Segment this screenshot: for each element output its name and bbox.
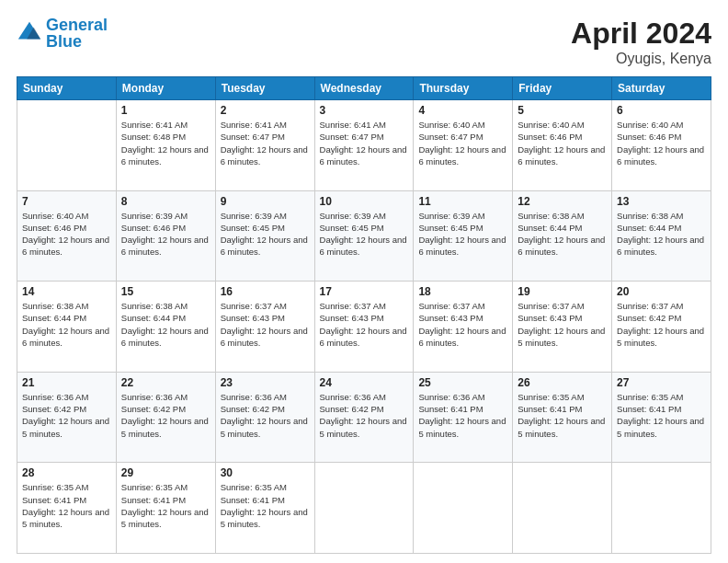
- table-cell: [513, 463, 612, 554]
- day-number: 25: [418, 376, 507, 389]
- day-number: 10: [320, 195, 409, 208]
- day-info: Sunrise: 6:35 AM Sunset: 6:41 PM Dayligh…: [617, 391, 706, 440]
- header: GeneralBlue April 2024 Oyugis, Kenya: [17, 17, 711, 67]
- table-cell: 16Sunrise: 6:37 AM Sunset: 6:43 PM Dayli…: [215, 282, 314, 373]
- day-number: 4: [418, 104, 507, 117]
- day-number: 26: [518, 376, 607, 389]
- logo-text: GeneralBlue: [46, 17, 108, 50]
- day-number: 12: [518, 195, 607, 208]
- table-cell: 21Sunrise: 6:36 AM Sunset: 6:42 PM Dayli…: [17, 372, 117, 463]
- table-cell: [414, 463, 513, 554]
- day-info: Sunrise: 6:38 AM Sunset: 6:44 PM Dayligh…: [518, 210, 607, 259]
- col-header-saturday: Saturday: [612, 77, 711, 100]
- day-info: Sunrise: 6:37 AM Sunset: 6:43 PM Dayligh…: [418, 300, 507, 349]
- col-header-tuesday: Tuesday: [215, 77, 314, 100]
- table-cell: 18Sunrise: 6:37 AM Sunset: 6:43 PM Dayli…: [414, 282, 513, 373]
- day-info: Sunrise: 6:39 AM Sunset: 6:45 PM Dayligh…: [221, 210, 310, 259]
- table-cell: 10Sunrise: 6:39 AM Sunset: 6:45 PM Dayli…: [314, 190, 414, 282]
- day-number: 3: [320, 104, 409, 117]
- table-cell: 20Sunrise: 6:37 AM Sunset: 6:42 PM Dayli…: [612, 282, 711, 373]
- day-number: 14: [22, 285, 111, 298]
- day-number: 19: [518, 285, 607, 298]
- day-info: Sunrise: 6:37 AM Sunset: 6:43 PM Dayligh…: [221, 300, 310, 349]
- day-number: 6: [617, 104, 706, 117]
- logo-icon: [17, 20, 42, 46]
- table-cell: 6Sunrise: 6:40 AM Sunset: 6:46 PM Daylig…: [612, 100, 711, 191]
- col-header-monday: Monday: [116, 77, 215, 100]
- table-cell: 23Sunrise: 6:36 AM Sunset: 6:42 PM Dayli…: [215, 372, 314, 463]
- table-cell: 8Sunrise: 6:39 AM Sunset: 6:46 PM Daylig…: [116, 190, 215, 282]
- day-info: Sunrise: 6:36 AM Sunset: 6:42 PM Dayligh…: [221, 391, 310, 440]
- day-info: Sunrise: 6:35 AM Sunset: 6:41 PM Dayligh…: [221, 481, 310, 530]
- table-cell: 12Sunrise: 6:38 AM Sunset: 6:44 PM Dayli…: [513, 190, 612, 282]
- col-header-thursday: Thursday: [414, 77, 513, 100]
- day-info: Sunrise: 6:35 AM Sunset: 6:41 PM Dayligh…: [518, 391, 607, 440]
- table-cell: [612, 463, 711, 554]
- col-header-wednesday: Wednesday: [314, 77, 414, 100]
- table-cell: 22Sunrise: 6:36 AM Sunset: 6:42 PM Dayli…: [116, 372, 215, 463]
- day-info: Sunrise: 6:36 AM Sunset: 6:41 PM Dayligh…: [418, 391, 507, 440]
- table-cell: [17, 100, 117, 191]
- day-info: Sunrise: 6:38 AM Sunset: 6:44 PM Dayligh…: [22, 300, 111, 349]
- day-info: Sunrise: 6:37 AM Sunset: 6:43 PM Dayligh…: [320, 300, 409, 349]
- table-cell: 19Sunrise: 6:37 AM Sunset: 6:43 PM Dayli…: [513, 282, 612, 373]
- day-number: 21: [22, 376, 111, 389]
- table-cell: 13Sunrise: 6:38 AM Sunset: 6:44 PM Dayli…: [612, 190, 711, 282]
- table-cell: 27Sunrise: 6:35 AM Sunset: 6:41 PM Dayli…: [612, 372, 711, 463]
- day-info: Sunrise: 6:41 AM Sunset: 6:47 PM Dayligh…: [320, 119, 409, 167]
- day-number: 17: [320, 285, 409, 298]
- day-info: Sunrise: 6:37 AM Sunset: 6:43 PM Dayligh…: [518, 300, 607, 349]
- day-info: Sunrise: 6:36 AM Sunset: 6:42 PM Dayligh…: [121, 391, 210, 440]
- day-info: Sunrise: 6:38 AM Sunset: 6:44 PM Dayligh…: [617, 210, 706, 259]
- day-number: 1: [121, 104, 210, 117]
- logo-blue: Blue: [46, 33, 108, 50]
- day-number: 15: [121, 285, 210, 298]
- day-info: Sunrise: 6:37 AM Sunset: 6:42 PM Dayligh…: [617, 300, 706, 349]
- day-number: 23: [221, 376, 310, 389]
- table-cell: 14Sunrise: 6:38 AM Sunset: 6:44 PM Dayli…: [17, 282, 117, 373]
- col-header-sunday: Sunday: [17, 77, 117, 100]
- day-number: 13: [617, 195, 706, 208]
- table-cell: 24Sunrise: 6:36 AM Sunset: 6:42 PM Dayli…: [314, 372, 414, 463]
- page: GeneralBlue April 2024 Oyugis, Kenya Sun…: [0, 0, 728, 563]
- day-info: Sunrise: 6:41 AM Sunset: 6:48 PM Dayligh…: [121, 119, 210, 167]
- col-header-friday: Friday: [513, 77, 612, 100]
- day-number: 2: [221, 104, 310, 117]
- table-cell: 7Sunrise: 6:40 AM Sunset: 6:46 PM Daylig…: [17, 190, 117, 282]
- table-cell: 2Sunrise: 6:41 AM Sunset: 6:47 PM Daylig…: [215, 100, 314, 191]
- table-cell: 3Sunrise: 6:41 AM Sunset: 6:47 PM Daylig…: [314, 100, 414, 191]
- table-cell: 29Sunrise: 6:35 AM Sunset: 6:41 PM Dayli…: [116, 463, 215, 554]
- table-cell: 26Sunrise: 6:35 AM Sunset: 6:41 PM Dayli…: [513, 372, 612, 463]
- day-info: Sunrise: 6:39 AM Sunset: 6:46 PM Dayligh…: [121, 210, 210, 259]
- day-number: 24: [320, 376, 409, 389]
- day-number: 28: [22, 466, 111, 479]
- day-number: 7: [22, 195, 111, 208]
- day-info: Sunrise: 6:41 AM Sunset: 6:47 PM Dayligh…: [221, 119, 310, 167]
- day-info: Sunrise: 6:40 AM Sunset: 6:46 PM Dayligh…: [518, 119, 607, 167]
- calendar-header-row: Sunday Monday Tuesday Wednesday Thursday…: [17, 77, 711, 100]
- day-info: Sunrise: 6:39 AM Sunset: 6:45 PM Dayligh…: [320, 210, 409, 259]
- sub-title: Oyugis, Kenya: [571, 51, 711, 67]
- day-number: 22: [121, 376, 210, 389]
- table-cell: 15Sunrise: 6:38 AM Sunset: 6:44 PM Dayli…: [116, 282, 215, 373]
- day-number: 8: [121, 195, 210, 208]
- day-info: Sunrise: 6:36 AM Sunset: 6:42 PM Dayligh…: [320, 391, 409, 440]
- day-info: Sunrise: 6:36 AM Sunset: 6:42 PM Dayligh…: [22, 391, 111, 440]
- day-info: Sunrise: 6:39 AM Sunset: 6:45 PM Dayligh…: [418, 210, 507, 259]
- day-info: Sunrise: 6:40 AM Sunset: 6:46 PM Dayligh…: [22, 210, 111, 259]
- day-number: 30: [221, 466, 310, 479]
- day-number: 11: [418, 195, 507, 208]
- day-number: 5: [518, 104, 607, 117]
- day-number: 20: [617, 285, 706, 298]
- table-cell: 28Sunrise: 6:35 AM Sunset: 6:41 PM Dayli…: [17, 463, 117, 554]
- table-cell: 9Sunrise: 6:39 AM Sunset: 6:45 PM Daylig…: [215, 190, 314, 282]
- table-cell: 30Sunrise: 6:35 AM Sunset: 6:41 PM Dayli…: [215, 463, 314, 554]
- main-title: April 2024: [571, 17, 711, 51]
- title-block: April 2024 Oyugis, Kenya: [571, 17, 711, 67]
- table-cell: 11Sunrise: 6:39 AM Sunset: 6:45 PM Dayli…: [414, 190, 513, 282]
- table-cell: 25Sunrise: 6:36 AM Sunset: 6:41 PM Dayli…: [414, 372, 513, 463]
- day-number: 29: [121, 466, 210, 479]
- day-info: Sunrise: 6:40 AM Sunset: 6:47 PM Dayligh…: [418, 119, 507, 167]
- table-cell: 1Sunrise: 6:41 AM Sunset: 6:48 PM Daylig…: [116, 100, 215, 191]
- logo-general: General: [46, 16, 108, 34]
